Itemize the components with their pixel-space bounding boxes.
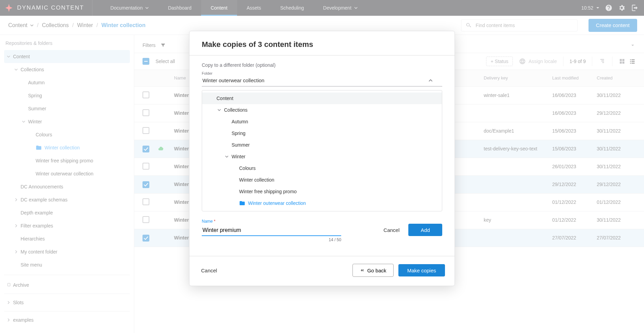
cancel-button[interactable]: Cancel (199, 267, 219, 274)
folder-option[interactable]: Spring (202, 127, 442, 139)
folder-option[interactable]: Colours (202, 162, 442, 174)
go-back-button[interactable]: Go back (352, 264, 394, 277)
folder-option[interactable]: Content (202, 92, 442, 104)
folder-option[interactable]: Winter outerwear collection (202, 197, 442, 209)
folder-select-value: Winter outerwear collection (202, 77, 264, 83)
name-section: Name * Cancel Add 14 / 50 (202, 219, 442, 242)
name-label: Name * (202, 219, 442, 224)
copy-to-label: Copy to a different folder (optional) (202, 62, 442, 68)
folder-dropdown[interactable]: ContentCollectionsAutumnSpringSummerWint… (202, 90, 442, 211)
folder-option[interactable]: DC Announcements (202, 209, 442, 211)
folder-label: Folder (202, 71, 442, 75)
char-counter: 14 / 50 (202, 237, 341, 242)
add-button[interactable]: Add (408, 224, 442, 236)
folder-option[interactable]: Winter collection (202, 174, 442, 186)
folder-option[interactable]: Collections (202, 104, 442, 116)
chevron-up-icon (429, 78, 433, 83)
folder-option[interactable]: Winter (202, 151, 442, 162)
modal-footer: Cancel Go back Make copies (189, 256, 455, 286)
folder-option[interactable]: Summer (202, 139, 442, 151)
folder-option[interactable]: Winter free shipping promo (202, 186, 442, 197)
modal-title: Make copies of 3 content items (189, 31, 455, 56)
modal: Make copies of 3 content items Copy to a… (189, 31, 455, 286)
modal-overlay[interactable]: Make copies of 3 content items Copy to a… (0, 0, 644, 333)
make-copies-button[interactable]: Make copies (398, 264, 445, 276)
name-input[interactable] (202, 225, 341, 236)
cancel-name-button[interactable]: Cancel (382, 227, 402, 233)
folder-select[interactable]: Winter outerwear collection (202, 76, 442, 87)
folder-field: Folder Winter outerwear collection Conte… (202, 71, 442, 211)
chevrons-left-icon (360, 268, 364, 273)
folder-option[interactable]: Autumn (202, 116, 442, 127)
